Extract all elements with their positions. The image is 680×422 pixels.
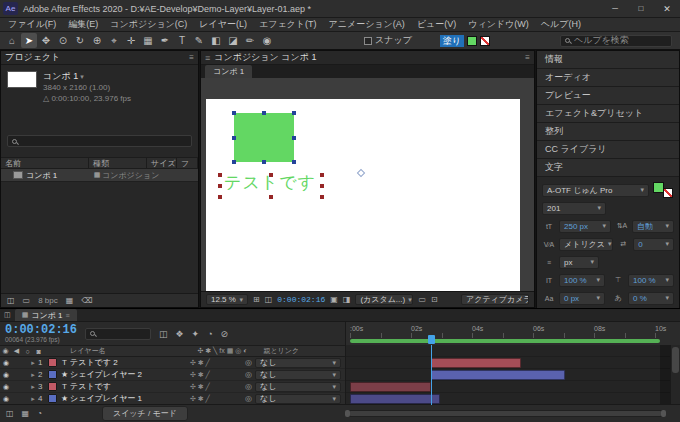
expand-layer-switches-icon[interactable]: ◫ bbox=[6, 409, 14, 418]
column-header[interactable]: サイズ bbox=[147, 158, 177, 169]
work-area-bar[interactable] bbox=[350, 339, 660, 343]
layer-switches-icons[interactable]: ✣ ✱ ╱ bbox=[190, 395, 242, 403]
pan-camera-tool[interactable]: ⊕ bbox=[89, 33, 105, 48]
lock-icon[interactable]: ◙ bbox=[33, 348, 44, 355]
layer-duration-bar[interactable] bbox=[431, 370, 565, 380]
grid-guides-icon[interactable]: ⊞ bbox=[253, 295, 260, 304]
column-layer-name[interactable]: レイヤー名 bbox=[70, 346, 106, 356]
timeline-vertical-scrollbar[interactable] bbox=[670, 345, 680, 405]
menu-item[interactable]: ウィンドウ(W) bbox=[468, 18, 529, 31]
tsume-select[interactable]: 0 % bbox=[628, 292, 674, 305]
horizontal-scale-select[interactable]: 100 % bbox=[628, 274, 674, 287]
leading-select[interactable]: 自動 bbox=[632, 220, 674, 233]
timeline-search-input[interactable] bbox=[85, 328, 151, 340]
zoom-tool[interactable]: ⊙ bbox=[55, 33, 71, 48]
stacked-panel-header[interactable]: 情報 bbox=[537, 51, 679, 69]
layer-label-swatch[interactable] bbox=[48, 382, 57, 391]
font-family-select[interactable]: A-OTF じゅん Pro bbox=[542, 184, 649, 197]
mini-flowchart-icon[interactable]: ◫ bbox=[159, 329, 168, 339]
stroke-color-swatch[interactable] bbox=[480, 36, 490, 46]
hand-tool[interactable]: ✥ bbox=[38, 33, 54, 48]
selection-handle[interactable] bbox=[218, 173, 222, 177]
layer-row[interactable]: ◉ ▸ 1 T テストです 2 ✣ ✱ ╱ ◎ なし bbox=[0, 357, 345, 369]
menu-item[interactable]: 編集(E) bbox=[68, 18, 98, 31]
stacked-panel-header[interactable]: 整列 bbox=[537, 123, 679, 141]
vertical-scale-select[interactable]: 100 % bbox=[559, 274, 605, 287]
pan-behind-tool[interactable]: ✛ bbox=[123, 33, 139, 48]
snap-toggle[interactable]: スナップ bbox=[364, 34, 412, 47]
text-color-swatches[interactable] bbox=[652, 181, 674, 199]
snap-checkbox[interactable] bbox=[364, 37, 372, 45]
layer-label-swatch[interactable] bbox=[48, 358, 57, 367]
selection-handle[interactable] bbox=[232, 136, 236, 140]
region-of-interest-icon[interactable]: ▭ bbox=[418, 295, 426, 304]
tab-timeline-comp1[interactable]: ▦ コンポ 1 ≡ bbox=[15, 309, 77, 321]
menu-item[interactable]: レイヤー(L) bbox=[199, 18, 247, 31]
audio-icon[interactable]: ◀ bbox=[11, 347, 22, 355]
roto-brush-tool[interactable]: ✏ bbox=[242, 33, 258, 48]
layer-visibility-icon[interactable]: ◉ bbox=[0, 371, 12, 379]
layer-row[interactable]: ◉ ▸ 3 T テストです ✣ ✱ ╱ ◎ なし bbox=[0, 381, 345, 393]
layer-name[interactable]: テストです 2 bbox=[70, 357, 190, 368]
stacked-panel-header[interactable]: プレビュー bbox=[537, 87, 679, 105]
menu-item[interactable]: ヘルプ(H) bbox=[541, 18, 581, 31]
panel-menu-icon[interactable]: ≡ bbox=[189, 53, 194, 62]
project-search-input[interactable] bbox=[7, 135, 192, 147]
layer-visibility-icon[interactable]: ◉ bbox=[0, 383, 12, 391]
layer-name[interactable]: テストです bbox=[70, 381, 190, 392]
zoom-scroll-thumb[interactable] bbox=[349, 411, 662, 416]
brush-tool[interactable]: ✎ bbox=[191, 33, 207, 48]
selection-handle[interactable] bbox=[320, 173, 324, 177]
layer-label-swatch[interactable] bbox=[48, 370, 57, 379]
stacked-panel-header[interactable]: エフェクト&プリセット bbox=[537, 105, 679, 123]
viewer-timecode[interactable]: 0:00:02:16 bbox=[277, 295, 325, 304]
parent-select[interactable]: なし bbox=[255, 394, 341, 404]
font-size-select[interactable]: 250 px bbox=[559, 220, 611, 233]
selection-tool[interactable]: ➤ bbox=[21, 33, 37, 48]
resolution-select[interactable]: (カスタム...) bbox=[355, 294, 413, 305]
selection-handle[interactable] bbox=[269, 173, 273, 177]
layer-label-swatch[interactable] bbox=[48, 394, 57, 403]
playhead-line[interactable] bbox=[431, 345, 432, 405]
draft-3d-icon[interactable]: ❖ bbox=[176, 329, 184, 339]
baseline-shift-select[interactable]: 0 px bbox=[559, 292, 605, 305]
transparency-grid-icon[interactable]: ⊡ bbox=[431, 295, 438, 304]
selection-handle[interactable] bbox=[292, 136, 296, 140]
fill-color-swatch[interactable] bbox=[467, 36, 477, 46]
stacked-panel-header[interactable]: オーディオ bbox=[537, 69, 679, 87]
column-header[interactable]: 名前 bbox=[1, 158, 89, 169]
selection-handle[interactable] bbox=[218, 184, 222, 188]
stroke-unit-select[interactable]: px bbox=[559, 256, 599, 269]
minimize-button[interactable]: ─ bbox=[602, 0, 628, 17]
layer-duration-bar[interactable] bbox=[431, 358, 520, 368]
panel-menu-icon[interactable]: ≡ bbox=[65, 312, 69, 319]
tab-composition[interactable]: コンポジション コンポ 1 bbox=[214, 51, 316, 64]
interpret-footage-icon[interactable]: ◫ bbox=[7, 296, 15, 305]
selection-handle[interactable] bbox=[292, 111, 296, 115]
parent-pickwhip-icon[interactable]: ◎ bbox=[242, 382, 255, 391]
expand-transfer-controls-icon[interactable]: ▦ bbox=[22, 409, 30, 418]
show-channel-icon[interactable]: ◨ bbox=[343, 295, 351, 304]
panel-menu-icon[interactable]: ≡ bbox=[525, 53, 530, 62]
eraser-tool[interactable]: ◪ bbox=[225, 33, 241, 48]
composition-viewport[interactable]: テストです bbox=[201, 78, 534, 291]
shape-layer-rectangle[interactable] bbox=[234, 113, 294, 162]
home-icon[interactable]: ⌂ bbox=[4, 33, 20, 48]
layer-name[interactable]: シェイプレイヤー 1 bbox=[70, 393, 190, 404]
pen-tool[interactable]: ✒ bbox=[157, 33, 173, 48]
anchor-point-icon[interactable] bbox=[357, 169, 365, 177]
viewer-tab-comp1[interactable]: コンポ 1 bbox=[205, 65, 252, 78]
selection-handle[interactable] bbox=[292, 160, 296, 164]
track-area[interactable] bbox=[345, 345, 670, 405]
column-switches-icons[interactable]: ✣ ✱ ╲ fx ▦ ◎ ◐ bbox=[198, 347, 248, 355]
parent-pickwhip-icon[interactable]: ◎ bbox=[242, 358, 255, 367]
text-tool[interactable]: T bbox=[174, 33, 190, 48]
menu-item[interactable]: アニメーション(A) bbox=[329, 18, 405, 31]
dolly-camera-tool[interactable]: ⌖ bbox=[106, 33, 122, 48]
motion-blur-icon[interactable]: ⊘ bbox=[221, 329, 229, 339]
tab-character-panel[interactable]: 文字 bbox=[537, 159, 679, 177]
parent-pickwhip-icon[interactable]: ◎ bbox=[242, 370, 255, 379]
parent-pickwhip-icon[interactable]: ◎ bbox=[242, 394, 255, 403]
expand-in-out-icon[interactable]: ◔ bbox=[37, 409, 42, 418]
layer-switches-icons[interactable]: ✣ ✱ ╱ bbox=[190, 371, 242, 379]
